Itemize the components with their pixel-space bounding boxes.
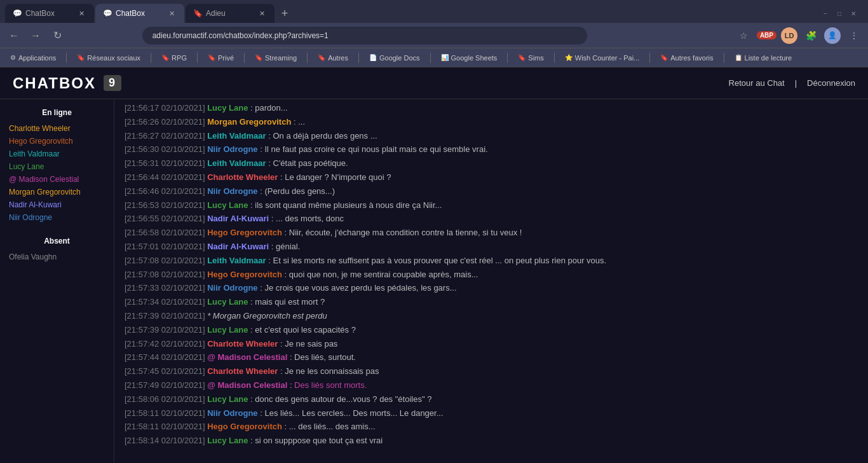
chat-area[interactable]: [21:56:17 02/10/2021] Lucy Lane : pardon… xyxy=(114,99,868,463)
sep-8 xyxy=(507,53,508,63)
bookmark-applications-label: Applications xyxy=(18,54,56,62)
gsheets-icon: 📊 xyxy=(441,54,449,61)
chat-message: [21:57:44 02/10/2021] @ Madison Celestia… xyxy=(125,351,858,364)
bookmark-autres[interactable]: 🔖 Autres xyxy=(313,52,353,64)
sidebar-user-leith[interactable]: Leith Valdmaar xyxy=(5,148,109,160)
extensions-button[interactable]: 🧩 xyxy=(802,27,820,45)
back-button[interactable]: ← xyxy=(5,27,23,45)
applications-icon: ⚙ xyxy=(10,54,16,61)
chat-message: [21:56:58 02/10/2021] Hego Gregorovitch … xyxy=(125,226,858,240)
reseaux-icon: 🔖 xyxy=(77,54,85,61)
absent-section-title: Absent xyxy=(5,237,109,245)
chat-message: [21:57:08 02/10/2021] Leith Valdmaar : E… xyxy=(125,254,858,268)
liste-icon: 📋 xyxy=(735,54,742,61)
rpg-icon: 🔖 xyxy=(161,54,169,61)
bookmark-gsheets-label: Google Sheets xyxy=(451,54,498,62)
bookmark-autres-favoris[interactable]: 🔖 Autres favoris xyxy=(655,52,718,64)
chat-badge: 9 xyxy=(104,75,121,91)
bookmark-reseaux[interactable]: 🔖 Réseaux sociaux xyxy=(72,52,146,64)
tab-2-label: ChatBox xyxy=(116,9,163,18)
chat-message: [21:56:26 02/10/2021] Morgan Gregorovitc… xyxy=(125,116,858,129)
tab-2[interactable]: 💬 ChatBox ✕ xyxy=(95,4,184,23)
url-input[interactable] xyxy=(142,27,587,45)
app-title: CHATBOX 9 xyxy=(13,74,121,92)
wish-icon: ⭐ xyxy=(565,54,573,61)
header-right: Retour au Chat | Déconnexion xyxy=(729,78,855,88)
chat-message: [21:56:30 02/10/2021] Niir Odrogne : Il … xyxy=(125,143,858,156)
refresh-button[interactable]: ↻ xyxy=(48,27,66,45)
tab-3-close[interactable]: ✕ xyxy=(257,8,267,18)
bookmark-streaming[interactable]: 🔖 Streaming xyxy=(250,52,302,64)
app-container: CHATBOX 9 Retour au Chat | Déconnexion E… xyxy=(0,67,868,463)
chat-message: [21:56:27 02/10/2021] Leith Valdmaar : O… xyxy=(125,130,858,143)
forward-button[interactable]: → xyxy=(27,27,44,45)
bookmark-rpg[interactable]: 🔖 RPG xyxy=(156,52,192,64)
user-avatar-button[interactable]: 👤 xyxy=(824,27,841,45)
abp-badge[interactable]: ABP xyxy=(757,31,776,39)
sims-icon: 🔖 xyxy=(518,54,526,61)
tab-1-favicon: 💬 xyxy=(13,9,22,18)
tab-3-label: Adieu xyxy=(206,9,253,18)
chat-message: [21:57:39 02/10/2021] * Morgan Gregorovi… xyxy=(125,310,858,323)
sidebar-user-ofelia[interactable]: Ofelia Vaughn xyxy=(5,251,109,263)
autres-icon: 🔖 xyxy=(318,54,325,61)
tab-3[interactable]: 🔖 Adieu ✕ xyxy=(186,4,275,23)
streaming-icon: 🔖 xyxy=(255,54,262,61)
tab-1-close[interactable]: ✕ xyxy=(76,8,86,18)
avatar: LD xyxy=(781,27,797,44)
new-tab-button[interactable]: + xyxy=(276,4,294,22)
tab-1[interactable]: 💬 ChatBox ✕ xyxy=(5,4,94,23)
chat-message: [21:58:11 02/10/2021] Hego Gregorovitch … xyxy=(125,420,858,434)
chat-message: [21:57:45 02/10/2021] Charlotte Wheeler … xyxy=(125,365,858,378)
bookmark-liste-label: Liste de lecture xyxy=(745,54,792,62)
sep-5 xyxy=(307,53,308,63)
bookmark-liste[interactable]: 📋 Liste de lecture xyxy=(729,52,797,64)
sep-6 xyxy=(358,53,359,63)
address-right: ☆ ABP LD 🧩 👤 ⋮ xyxy=(735,27,863,45)
autres-favoris-icon: 🔖 xyxy=(660,54,668,61)
chat-message: [21:56:55 02/10/2021] Nadir Al-Kuwari : … xyxy=(125,212,858,226)
chat-message: [21:56:44 02/10/2021] Charlotte Wheeler … xyxy=(125,171,858,184)
chat-message: [21:58:06 02/10/2021] Lucy Lane : donc d… xyxy=(125,393,858,406)
chat-message: [21:58:14 02/10/2021] Lucy Lane : si on … xyxy=(125,434,858,448)
tab-3-favicon: 🔖 xyxy=(193,9,202,18)
sidebar-user-morgan[interactable]: Morgan Gregorovitch xyxy=(5,186,109,198)
gdocs-icon: 📄 xyxy=(369,54,377,61)
minimize-button[interactable]: − xyxy=(821,9,830,18)
close-button[interactable]: ✕ xyxy=(849,9,858,18)
sidebar-user-lucy[interactable]: Lucy Lane xyxy=(5,160,109,173)
sidebar-user-nadir[interactable]: Nadir Al-Kuwari xyxy=(5,198,109,211)
browser-chrome: 💬 ChatBox ✕ 💬 ChatBox ✕ 🔖 Adieu ✕ + − □ … xyxy=(0,0,868,67)
header-sep: | xyxy=(795,78,797,88)
bookmark-wish-label: Wish Counter - Pai... xyxy=(575,54,639,62)
chat-message: [21:57:01 02/10/2021] Nadir Al-Kuwari : … xyxy=(125,240,858,254)
tab-2-close[interactable]: ✕ xyxy=(166,8,177,18)
bookmarks-bar: ⚙ Applications 🔖 Réseaux sociaux 🔖 RPG 🔖… xyxy=(0,48,868,67)
logout-link[interactable]: Déconnexion xyxy=(807,78,855,88)
bookmark-sims[interactable]: 🔖 Sims xyxy=(513,52,548,64)
bookmark-gsheets[interactable]: 📊 Google Sheets xyxy=(436,52,503,64)
profile-button[interactable]: LD xyxy=(780,27,798,45)
sidebar: En ligne Charlotte Wheeler Hego Gregorov… xyxy=(0,99,114,463)
sidebar-user-madison[interactable]: @ Madison Celestial xyxy=(5,173,109,186)
sidebar-user-charlotte[interactable]: Charlotte Wheeler xyxy=(5,122,109,135)
bookmark-autres-favoris-label: Autres favoris xyxy=(670,54,713,62)
chat-message: [21:57:49 02/10/2021] @ Madison Celestia… xyxy=(125,379,858,392)
bookmark-prive[interactable]: 🔖 Privé xyxy=(203,52,239,64)
sidebar-user-niir[interactable]: Niir Odrogne xyxy=(5,211,109,224)
bookmark-button[interactable]: ☆ xyxy=(735,27,753,45)
bookmark-reseaux-label: Réseaux sociaux xyxy=(87,54,140,62)
return-to-chat-link[interactable]: Retour au Chat xyxy=(729,78,785,88)
main-layout: En ligne Charlotte Wheeler Hego Gregorov… xyxy=(0,99,868,463)
bookmark-applications[interactable]: ⚙ Applications xyxy=(5,52,61,64)
menu-button[interactable]: ⋮ xyxy=(845,27,863,45)
window-controls: − □ ✕ xyxy=(816,9,863,18)
sidebar-gap xyxy=(5,224,109,234)
bookmark-gdocs[interactable]: 📄 Google Docs xyxy=(364,52,425,64)
chat-message: [21:56:46 02/10/2021] Niir Odrogne : (Pe… xyxy=(125,185,858,198)
sidebar-user-hego[interactable]: Hego Gregorovitch xyxy=(5,135,109,148)
chat-message: [21:57:34 02/10/2021] Lucy Lane : mais q… xyxy=(125,296,858,309)
maximize-button[interactable]: □ xyxy=(835,9,844,18)
bookmark-wish[interactable]: ⭐ Wish Counter - Pai... xyxy=(560,52,644,64)
prive-icon: 🔖 xyxy=(208,54,215,61)
